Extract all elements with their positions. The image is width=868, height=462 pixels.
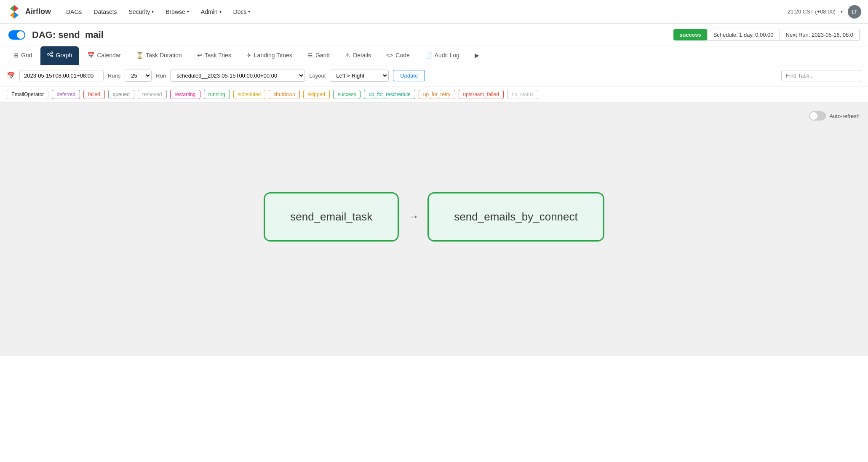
code-icon: <> xyxy=(386,52,393,59)
date-input[interactable] xyxy=(19,70,104,81)
dag-title: DAG: send_mail xyxy=(32,30,104,40)
tab-task-tries[interactable]: ↩ Task Tries xyxy=(190,47,238,65)
dag-toggle[interactable] xyxy=(8,30,25,40)
chevron-down-icon: ▾ xyxy=(187,9,189,14)
landing-times-icon: ✈ xyxy=(246,52,251,59)
svg-marker-2 xyxy=(14,12,19,19)
tab-gantt-label: Gantt xyxy=(315,52,330,59)
operator-badge: EmailOperator xyxy=(7,90,48,99)
edge-arrow: → xyxy=(399,210,427,223)
layout-select[interactable]: Left > Right Top > Bottom xyxy=(330,70,389,82)
svg-point-4 xyxy=(48,54,49,55)
layout-label: Layout xyxy=(309,73,326,79)
grid-icon: ⊞ xyxy=(13,52,19,59)
next-run-badge: Next Run: 2023-05-16, 08:0 xyxy=(780,29,860,41)
status-badge: success xyxy=(673,29,707,40)
graph-canvas: send_email_task → send_emails_by_connect xyxy=(8,111,860,322)
tab-details[interactable]: ⚠ Details xyxy=(338,47,378,65)
svg-marker-1 xyxy=(10,5,14,12)
task-tries-icon: ↩ xyxy=(197,52,202,59)
tab-task-duration[interactable]: ⏳ Task Duration xyxy=(129,47,189,65)
legend-no-status: no_status xyxy=(507,90,538,99)
tab-task-duration-label: Task Duration xyxy=(146,52,182,59)
navbar-right: 21:20 CST (+08:00) ▾ LT xyxy=(788,5,861,19)
node-send-emails-by-connect[interactable]: send_emails_by_connect xyxy=(427,192,604,242)
page-header: DAG: send_mail success Schedule: 1 day, … xyxy=(0,24,868,46)
svg-line-8 xyxy=(49,55,51,56)
nav-admin[interactable]: Admin ▾ xyxy=(196,6,227,18)
tab-grid-label: Grid xyxy=(21,52,32,59)
legend-deferred: deferred xyxy=(52,90,80,99)
nav-datasets[interactable]: Datasets xyxy=(88,6,122,18)
tab-more[interactable]: ▶ xyxy=(468,47,486,65)
calendar-icon: 📅 xyxy=(7,72,15,80)
run-select[interactable]: scheduled__2023-05-15T00:00:00+00:00 xyxy=(170,70,305,82)
audit-log-icon: 📄 xyxy=(425,52,432,59)
tab-graph-label: Graph xyxy=(56,52,72,59)
navbar: Airflow DAGs Datasets Security ▾ Browse … xyxy=(0,0,868,24)
tab-audit-log[interactable]: 📄 Audit Log xyxy=(418,47,466,65)
calendar-icon: 📅 xyxy=(87,52,94,59)
chevron-down-icon: ▾ xyxy=(841,9,843,14)
graph-area: Auto-refresh send_email_task → send_emai… xyxy=(0,103,868,356)
tab-landing-times[interactable]: ✈ Landing Times xyxy=(240,47,299,65)
legend-skipped: skipped xyxy=(303,90,330,99)
legend-removed: removed xyxy=(138,90,167,99)
node-container: send_email_task → send_emails_by_connect xyxy=(264,192,604,242)
chevron-down-icon: ▾ xyxy=(152,9,154,14)
brand[interactable]: Airflow xyxy=(7,4,51,19)
nav-dags[interactable]: DAGs xyxy=(61,6,87,18)
legend-restarting: restarting xyxy=(170,90,200,99)
nav-security[interactable]: Security ▾ xyxy=(124,6,159,18)
runs-select[interactable]: 25 50 100 xyxy=(125,70,152,82)
svg-line-7 xyxy=(49,53,51,54)
find-task-input[interactable] xyxy=(781,70,861,81)
current-time: 21:20 CST (+08:00) xyxy=(788,8,836,15)
airflow-logo xyxy=(7,4,22,19)
details-icon: ⚠ xyxy=(345,52,350,59)
chevron-down-icon: ▾ xyxy=(248,9,250,14)
graph-tab-icon xyxy=(47,51,53,57)
toolbar-right xyxy=(781,70,861,81)
nav-docs[interactable]: Docs ▾ xyxy=(228,6,256,18)
chevron-down-icon: ▾ xyxy=(219,9,222,14)
tab-gantt[interactable]: ☰ Gantt xyxy=(301,47,337,65)
legend-upstream-failed: upstream_failed xyxy=(459,90,504,99)
tab-task-tries-label: Task Tries xyxy=(205,52,231,59)
legend-running: running xyxy=(204,90,230,99)
tab-code[interactable]: <> Code xyxy=(379,47,417,65)
gantt-icon: ☰ xyxy=(307,52,313,59)
svg-marker-3 xyxy=(10,12,14,19)
graph-icon xyxy=(47,51,53,59)
legend-failed: failed xyxy=(83,90,105,99)
tabs-bar: ⊞ Grid Graph 📅 Calendar ⏳ Task Duration … xyxy=(0,46,868,65)
legend-up-for-reschedule: up_for_reschedule xyxy=(364,90,415,99)
brand-text: Airflow xyxy=(25,7,51,16)
tab-calendar[interactable]: 📅 Calendar xyxy=(80,47,128,65)
tab-calendar-label: Calendar xyxy=(97,52,121,59)
task-duration-icon: ⏳ xyxy=(136,52,143,59)
tab-graph[interactable]: Graph xyxy=(40,46,79,65)
svg-point-5 xyxy=(51,52,53,54)
tab-details-label: Details xyxy=(353,52,371,59)
tab-landing-times-label: Landing Times xyxy=(254,52,292,59)
legend-queued: queued xyxy=(108,90,134,99)
update-button[interactable]: Update xyxy=(393,70,425,81)
runs-label: Runs xyxy=(108,73,120,79)
header-badges: success Schedule: 1 day, 0:00:00 Next Ru… xyxy=(673,29,860,41)
tab-code-label: Code xyxy=(395,52,409,59)
nav-browse[interactable]: Browse ▾ xyxy=(160,6,194,18)
user-avatar[interactable]: LT xyxy=(848,5,861,19)
tab-audit-log-label: Audit Log xyxy=(435,52,459,59)
toolbar: 📅 Runs 25 50 100 Run scheduled__2023-05-… xyxy=(0,65,868,86)
nav-items: DAGs Datasets Security ▾ Browse ▾ Admin … xyxy=(61,6,777,18)
legend-bar: EmailOperator deferred failed queued rem… xyxy=(0,86,868,103)
legend-success: success xyxy=(333,90,361,99)
legend-up-for-retry: up_for_retry xyxy=(419,90,455,99)
schedule-badge: Schedule: 1 day, 0:00:00 xyxy=(707,29,780,41)
node-send-email-task[interactable]: send_email_task xyxy=(264,192,399,242)
tab-grid[interactable]: ⊞ Grid xyxy=(7,47,39,65)
legend-scheduled: scheduled xyxy=(233,90,266,99)
legend-shutdown: shutdown xyxy=(269,90,299,99)
svg-point-6 xyxy=(51,55,53,57)
